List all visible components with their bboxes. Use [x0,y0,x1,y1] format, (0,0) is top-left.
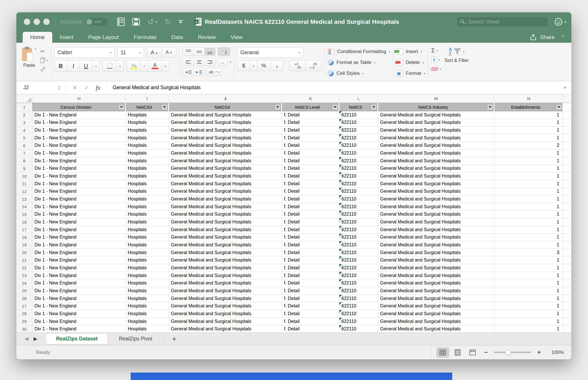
previous-sheet-button[interactable]: ◀ [25,336,28,342]
grid-cell[interactable]: General Medical and Surgical Hospitals [378,325,494,332]
row-header-29[interactable]: 29 [16,318,32,326]
number-format-select[interactable]: General▾ [237,47,303,58]
grid-cell[interactable]: General Medical and Surgical Hospitals [169,325,282,332]
grid-cell[interactable]: f. Detail [282,165,339,173]
grid-cell[interactable]: General Medical and Surgical Hospitals [169,287,282,295]
grid-cell[interactable]: Hospitals [126,134,169,142]
grid-cell[interactable]: 1 [494,188,563,196]
grid-cell[interactable]: Div 1 - New England [32,226,126,234]
grid-cell[interactable]: Hospitals [126,203,169,211]
grid-cell[interactable]: 622110 [339,172,378,180]
grid-cell[interactable]: f. Detail [282,142,339,150]
grid-cell[interactable]: 1 [494,302,563,310]
grid-cell[interactable]: 622110 [339,264,378,272]
filter-button-naics4[interactable] [274,104,281,110]
grid-cell[interactable]: 622110 [339,287,378,295]
grid-cell[interactable]: 622110 [339,302,378,310]
grid-cell[interactable]: f. Detail [282,249,339,257]
grid-cell[interactable]: 622110 [339,211,378,219]
align-right-button[interactable] [204,58,215,66]
font-name-select[interactable]: Calibri▾ [54,47,115,58]
grid-cell[interactable]: General Medical and Surgical Hospitals [378,119,494,127]
grid-cell[interactable]: General Medical and Surgical Hospitals [378,142,494,150]
grid-cell[interactable]: Div 1 - New England [32,211,126,219]
grid-cell[interactable]: f. Detail [282,279,339,287]
grid-cell[interactable]: Div 1 - New England [32,295,126,303]
grid-cell[interactable]: 622110 [339,119,378,127]
grid-cell[interactable]: General Medical and Surgical Hospitals [169,234,282,241]
grid-cell[interactable]: General Medical and Surgical Hospitals [378,234,494,241]
grid-cell[interactable]: General Medical and Surgical Hospitals [169,119,282,127]
grid-cell[interactable]: Hospitals [126,279,169,287]
grid-cell[interactable]: 622110 [339,203,378,211]
row-header-12[interactable]: 12 [16,188,32,196]
grid-cell[interactable]: Div 1 - New England [32,218,126,226]
grid-cell[interactable]: Hospitals [126,234,169,241]
zoom-in-button[interactable]: + [537,349,541,356]
grid-cell[interactable]: General Medical and Surgical Hospitals [169,218,282,226]
autosum-button[interactable]: Σ▾ [431,47,441,54]
borders-menu-arrow[interactable]: ▾ [116,60,124,72]
grid-cell[interactable]: f. Detail [282,211,339,219]
grid-cell[interactable]: 1 [494,119,563,127]
grid-cell[interactable]: General Medical and Surgical Hospitals [378,126,494,134]
tab-home[interactable]: Home [23,32,52,43]
align-top-button[interactable] [183,48,194,56]
header-cell-naics4[interactable]: NAICS4 [169,103,282,111]
grid-cell[interactable]: General Medical and Surgical Hospitals [378,256,494,264]
grid-cell[interactable]: Div 1 - New England [32,234,126,241]
grid-cell[interactable]: Div 1 - New England [32,203,126,211]
next-sheet-button[interactable]: ▶ [34,336,37,342]
grid-cell[interactable]: 1 [494,287,563,295]
clear-button[interactable]: ▾ [431,65,441,73]
grid-cell[interactable]: 622110 [339,134,378,142]
grid-cell[interactable]: f. Detail [282,226,339,234]
search-input[interactable] [468,19,545,25]
grid-cell[interactable]: Hospitals [126,165,169,173]
italic-button[interactable]: I [67,60,80,72]
grid-cell[interactable]: 1 [494,318,563,326]
grid-cell[interactable]: General Medical and Surgical Hospitals [169,302,282,310]
grid-cell[interactable]: 1 [494,272,563,280]
grid-cell[interactable]: 622110 [339,279,378,287]
enter-button[interactable]: ✓ [84,84,89,91]
grid-cell[interactable]: General Medical and Surgical Hospitals [378,310,494,318]
row-header-5[interactable]: 5 [16,134,32,142]
grid-cell[interactable]: f. Detail [282,172,339,180]
grid-cell[interactable]: Div 1 - New England [32,157,126,165]
grid-cell[interactable]: General Medical and Surgical Hospitals [378,264,494,272]
grid-cell[interactable]: General Medical and Surgical Hospitals [169,226,282,234]
grid-cell[interactable]: Hospitals [126,157,169,165]
grid-cell[interactable]: 1 [494,157,563,165]
grid-cell[interactable]: General Medical and Surgical Hospitals [378,272,494,280]
grid-cell[interactable]: Div 1 - New England [32,287,126,295]
column-header-J[interactable]: J [169,94,282,103]
grid-cell[interactable]: 1 [494,279,563,287]
grid-cell[interactable]: Div 1 - New England [32,172,126,180]
grid-cell[interactable]: General Medical and Surgical Hospitals [378,287,494,295]
row-header-1[interactable]: 1 [16,103,32,111]
grid-cell[interactable]: General Medical and Surgical Hospitals [378,302,494,310]
grid-cell[interactable]: Div 1 - New England [32,188,126,196]
grid-cell[interactable]: 1 [494,325,563,332]
grid-cell[interactable]: 622110 [339,195,378,203]
grid-cell[interactable]: Hospitals [126,195,169,203]
grid-cell[interactable]: Hospitals [126,188,169,196]
grid-cell[interactable]: General Medical and Surgical Hospitals [378,165,494,173]
grid-cell[interactable]: 622110 [339,165,378,173]
grid-cell[interactable]: General Medical and Surgical Hospitals [378,226,494,234]
grid-cell[interactable]: Hospitals [126,142,169,150]
grid-cell[interactable]: Div 1 - New England [32,126,126,134]
zoom-slider[interactable] [494,352,531,353]
grid-cell[interactable]: Div 1 - New England [32,256,126,264]
column-header-N[interactable]: N [494,94,563,103]
page-break-preview-button[interactable] [466,347,479,358]
grid-cell[interactable]: 622110 [339,188,378,196]
tab-insert[interactable]: Insert [52,32,81,43]
grid-cell[interactable]: Div 1 - New England [32,272,126,280]
grid-cell[interactable]: Div 1 - New England [32,111,126,119]
grid-cell[interactable]: Hospitals [126,295,169,303]
row-header-8[interactable]: 8 [16,157,32,165]
minimize-window-button[interactable] [34,19,40,25]
grid-cell[interactable]: Hospitals [126,241,169,249]
